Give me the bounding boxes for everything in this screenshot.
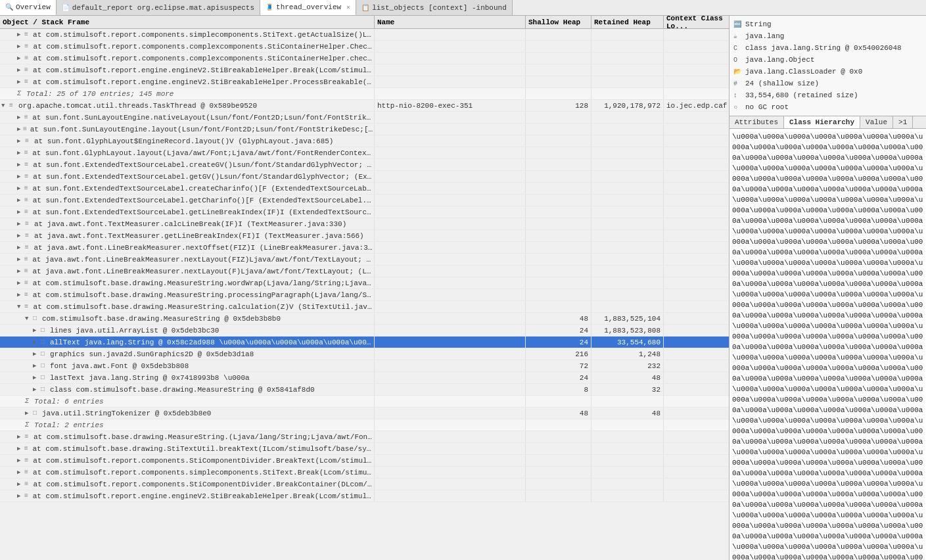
row-object-text: lines java.util.ArrayList @ 0x5deb3bc30 [50,327,219,335]
table-row[interactable]: ▶≡at sun.font.GlyphLayout$EngineRecord.l… [0,135,729,147]
expander-icon[interactable]: ▶ [17,55,24,62]
right-top-item[interactable]: Cclass java.lang.String @ 0x540026048 [732,42,923,54]
table-row[interactable]: ▶≡at com.stimulsoft.report.components.si… [0,29,729,41]
expander-icon[interactable]: ▶ [17,244,25,251]
table-row[interactable]: ▶□graphics sun.java2d.SunGraphics2D @ 0x… [0,348,729,360]
table-row[interactable]: ▶≡at com.stimulsoft.report.components.co… [0,41,729,53]
expander-icon[interactable]: ▶ [17,197,24,204]
expander-icon[interactable]: ▼ [25,315,33,322]
expander-icon[interactable]: ▶ [17,208,24,216]
table-row[interactable]: ▶≡at java.awt.font.TextMeasurer.getLineB… [0,230,729,242]
table-row[interactable]: ▶≡at com.stimulsoft.report.engine.engine… [0,490,729,502]
table-row[interactable]: ▶≡at java.awt.font.LineBreakMeasurer.nex… [0,242,729,254]
table-row[interactable]: ▼≡at com.stimulsoft.base.drawing.Measure… [0,301,729,313]
table-row[interactable]: ▶□allText java.lang.String @ 0x58c2ad988… [0,337,729,348]
right-tab-class-hierarchy[interactable]: Class Hierarchy [784,116,860,128]
table-row[interactable]: ▶≡at sun.font.ExtendedTextSourceLabel.ge… [0,206,729,218]
expander-icon[interactable]: ▶ [17,149,24,156]
expander-icon[interactable]: ▼ [17,304,24,310]
right-top-item[interactable]: 📂java.lang.ClassLoader @ 0x0 [732,66,923,78]
expander-icon[interactable]: ▶ [33,350,41,358]
tab-overview[interactable]: 🔍 Overview [0,0,57,15]
expander-icon[interactable]: ▶ [17,173,24,180]
table-row[interactable]: ΣTotal: 25 of 170 entries; 145 more [0,88,729,100]
table-row[interactable]: ΣTotal: 6 entries [0,396,729,408]
expander-icon[interactable]: ▶ [33,386,41,393]
table-row[interactable]: ▶□lines java.util.ArrayList @ 0x5deb3bc3… [0,325,729,337]
right-top-item[interactable]: ○no GC root [732,101,923,113]
expander-icon[interactable]: ▶ [17,232,25,239]
table-row[interactable]: ▶≡at sun.font.ExtendedTextSourceLabel.ge… [0,171,729,183]
table-row[interactable]: ▶□ class com.stimulsoft.base.drawing.Mea… [0,384,729,396]
row-shallow-cell [526,124,591,135]
expander-icon[interactable]: ▶ [17,268,24,275]
table-row[interactable]: ▶≡at sun.font.ExtendedTextSourceLabel.cr… [0,183,729,195]
table-row[interactable]: ▶≡at sun.font.ExtendedTextSourceLabel.ge… [0,195,729,206]
tab-list-objects[interactable]: 📋 list_objects [context] -inbound [356,0,513,15]
expander-icon[interactable]: ▶ [17,480,24,488]
expander-icon[interactable]: ▶ [17,433,24,440]
expander-icon[interactable]: ▶ [25,409,33,417]
right-top-item[interactable]: ↕33,554,680 (retained size) [732,89,923,101]
table-row[interactable]: ▶≡at com.stimulsoft.report.engine.engine… [0,76,729,88]
right-tab-attributes[interactable]: Attributes [729,116,784,128]
table-row[interactable]: ▶≡at sun.font.SunLayoutEngine.layout(Lsu… [0,124,729,135]
tab-thread-overview[interactable]: 🧵 thread_overview ✕ [260,0,356,15]
right-top-item[interactable]: Ojava.lang.Object [732,54,923,66]
expander-icon[interactable]: ▶ [17,185,24,192]
row-object-cell: ▶≡at com.stimulsoft.report.engine.engine… [0,76,375,87]
table-row[interactable]: ΣTotal: 2 entries [0,419,729,431]
expander-icon[interactable]: ▶ [17,43,24,50]
expander-icon[interactable]: ▶ [17,291,24,298]
expander-icon[interactable]: ▶ [17,126,23,133]
expander-icon[interactable]: ▶ [17,492,24,500]
expander-icon[interactable]: ▶ [17,220,25,227]
table-row[interactable]: ▶≡at com.stimulsoft.report.engine.engine… [0,64,729,76]
table-row[interactable]: ▶≡at sun.font.SunLayoutEngine.nativeLayo… [0,112,729,124]
table-row[interactable]: ▶≡at com.stimulsoft.base.drawing.StiText… [0,443,729,455]
expander-icon[interactable]: ▶ [17,137,25,145]
table-row[interactable]: ▶≡at com.stimulsoft.base.drawing.Measure… [0,431,729,443]
expander-icon[interactable]: ▶ [17,161,24,168]
expander-icon[interactable]: ▼ [1,103,9,109]
table-row[interactable]: ▶≡at com.stimulsoft.base.drawing.Measure… [0,289,729,301]
table-row[interactable]: ▶≡at com.stimulsoft.report.components.si… [0,467,729,478]
table-row[interactable]: ▼□ com.stimulsoft.base.drawing.MeasureSt… [0,313,729,325]
table-row[interactable]: ▶≡at com.stimulsoft.report.components.St… [0,478,729,490]
right-top-item[interactable]: ☕java.lang [732,30,923,42]
expander-icon[interactable]: ▶ [17,114,24,121]
expander-icon[interactable]: ▶ [17,469,24,476]
expander-icon[interactable]: ▶ [17,31,24,38]
expander-icon[interactable]: ▶ [33,338,41,346]
right-tab->1[interactable]: >1 [893,116,913,128]
right-top-item[interactable]: 🔤String [732,18,923,30]
expander-icon[interactable]: ▶ [17,66,24,74]
right-tab-value[interactable]: Value [860,116,893,128]
expander-icon[interactable]: ▶ [17,457,24,464]
expander-icon[interactable]: ▶ [17,256,24,263]
table-row[interactable]: ▶≡at com.stimulsoft.base.drawing.Measure… [0,277,729,289]
expander-icon[interactable]: ▶ [33,362,41,369]
table-row[interactable]: ▼≡org.apache.tomcat.util.threads.TaskThr… [0,100,729,112]
table-body[interactable]: ▶≡at com.stimulsoft.report.components.si… [0,29,729,560]
table-row[interactable]: ▶□font java.awt.Font @ 0x5deb3b80872232 [0,360,729,372]
expander-icon[interactable]: ▶ [17,279,24,287]
table-row[interactable]: ▶≡at com.stimulsoft.report.components.co… [0,53,729,64]
row-shallow-cell [526,206,591,218]
table-row[interactable]: ▶≡at java.awt.font.LineBreakMeasurer.nex… [0,266,729,277]
right-top-item[interactable]: #24 (shallow size) [732,78,923,89]
table-row[interactable]: ▶≡at sun.font.ExtendedTextSourceLabel.cr… [0,159,729,171]
table-row[interactable]: ▶□lastText java.lang.String @ 0x7418993b… [0,372,729,384]
tab-thread-overview-close[interactable]: ✕ [346,3,350,11]
expander-icon[interactable]: ▶ [17,445,24,452]
table-row[interactable]: ▶≡at sun.font.GlyphLayout.layout(Ljava/a… [0,147,729,159]
table-row[interactable]: ▶□ java.util.StringTokenizer @ 0x5deb3b8… [0,408,729,419]
row-object-text: at com.stimulsoft.report.components.StiC… [34,480,374,488]
table-row[interactable]: ▶≡at java.awt.font.LineBreakMeasurer.nex… [0,254,729,266]
tab-default-report[interactable]: 📄 default_report org.eclipse.mat.apisusp… [57,0,260,15]
expander-icon[interactable]: ▶ [33,327,41,334]
expander-icon[interactable]: ▶ [33,374,41,381]
table-row[interactable]: ▶≡at com.stimulsoft.report.components.St… [0,455,729,467]
table-row[interactable]: ▶≡at java.awt.font.TextMeasurer.calcLine… [0,218,729,230]
expander-icon[interactable]: ▶ [17,78,24,85]
